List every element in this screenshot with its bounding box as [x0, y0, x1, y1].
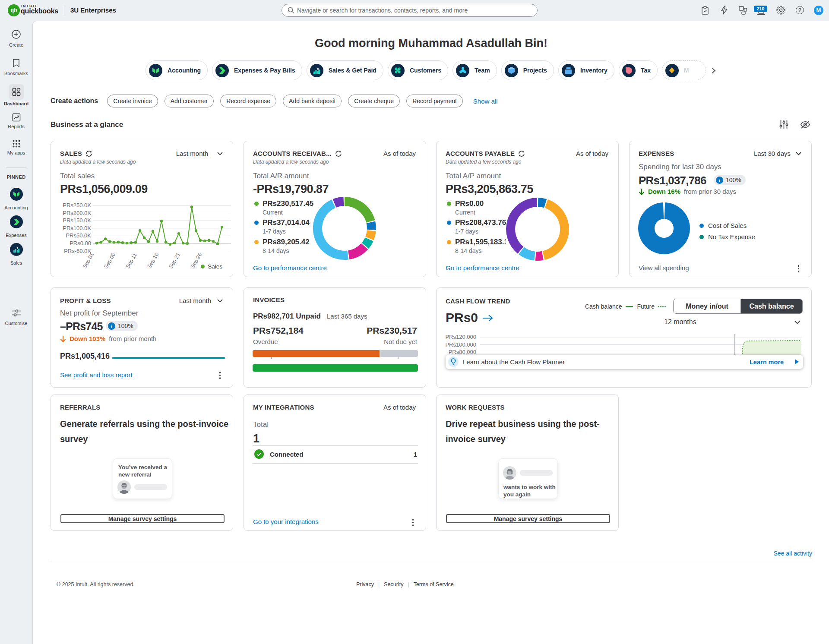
svg-text:PRs120,000: PRs120,000 — [445, 334, 476, 340]
svg-text:Sep 11: Sep 11 — [124, 252, 138, 270]
svg-text:PRs250.0K: PRs250.0K — [63, 202, 91, 208]
svg-text:Sep 21: Sep 21 — [168, 252, 181, 269]
svg-text:PRs50.0K: PRs50.0K — [66, 232, 91, 239]
svg-text:Sep 16: Sep 16 — [146, 252, 160, 269]
svg-text:Sep 06: Sep 06 — [103, 252, 117, 269]
svg-text:PRs0.00: PRs0.00 — [70, 240, 91, 246]
svg-text:PRs150.0K: PRs150.0K — [63, 217, 91, 224]
svg-text:Sep 01: Sep 01 — [81, 252, 95, 269]
svg-text:PRs100,000: PRs100,000 — [445, 341, 476, 348]
svg-text:PRs200.0K: PRs200.0K — [63, 210, 91, 216]
svg-text:PRs-50.0K: PRs-50.0K — [64, 248, 91, 254]
svg-text:PRs80,000: PRs80,000 — [449, 349, 476, 355]
svg-text:PRs100.0K: PRs100.0K — [63, 225, 91, 231]
